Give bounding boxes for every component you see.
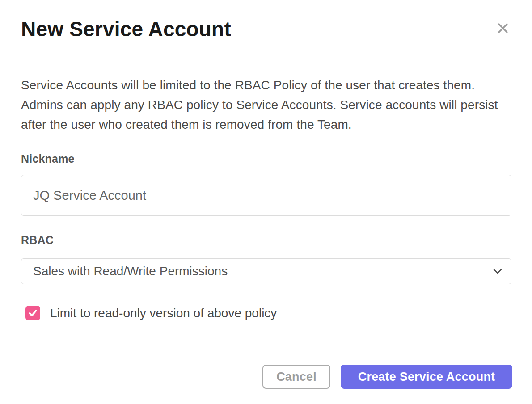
create-service-account-button[interactable]: Create Service Account	[341, 365, 512, 389]
chevron-down-icon	[493, 268, 502, 274]
readonly-checkbox[interactable]	[25, 306, 40, 320]
new-service-account-modal: New Service Account Service Accounts wil…	[0, 0, 532, 404]
close-button[interactable]	[494, 20, 511, 37]
modal-header: New Service Account	[21, 17, 511, 42]
rbac-select[interactable]: Sales with Read/Write Permissions	[21, 258, 511, 284]
checkmark-icon	[28, 308, 38, 318]
rbac-label: RBAC	[21, 234, 511, 247]
rbac-selected-value: Sales with Read/Write Permissions	[33, 264, 228, 278]
close-icon	[496, 21, 510, 35]
readonly-checkbox-label: Limit to read-only version of above poli…	[50, 306, 277, 320]
cancel-button[interactable]: Cancel	[262, 365, 330, 389]
modal-description: Service Accounts will be limited to the …	[21, 76, 511, 135]
modal-actions: Cancel Create Service Account	[262, 365, 512, 389]
nickname-input[interactable]	[21, 175, 511, 216]
nickname-label: Nickname	[21, 152, 511, 165]
readonly-checkbox-row[interactable]: Limit to read-only version of above poli…	[25, 306, 511, 320]
page-title: New Service Account	[21, 17, 231, 42]
